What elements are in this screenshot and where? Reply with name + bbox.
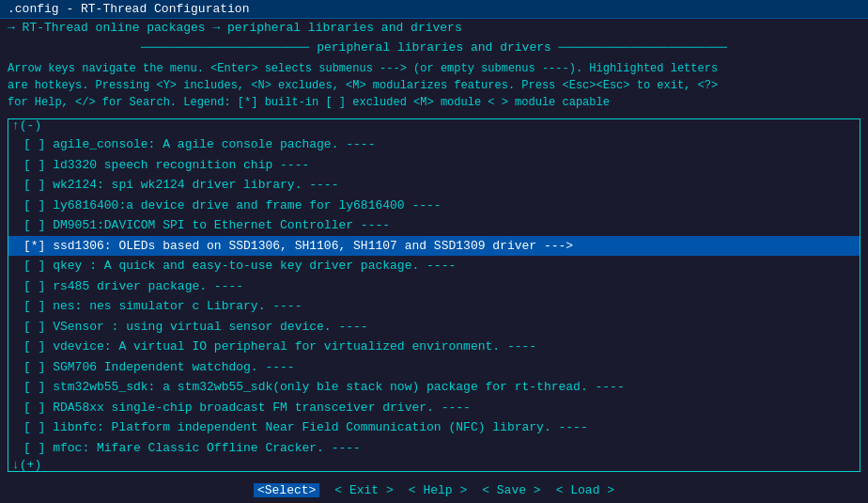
help-text: Arrow keys navigate the menu. <Enter> se…	[8, 60, 860, 111]
menu-item[interactable]: [ ] mfoc: Mifare Classic Offline Cracker…	[8, 438, 860, 459]
menu-item[interactable]: [ ] qkey : A quick and easy-to-use key d…	[8, 256, 860, 276]
menu-items-list[interactable]: [ ] agile_console: A agile console pacha…	[8, 133, 860, 458]
footer: <Select> < Exit > < Help > < Save > < Lo…	[0, 476, 868, 503]
menu-item[interactable]: [ ] RDA58xx single-chip broadcast FM tra…	[8, 398, 860, 418]
menu-item[interactable]: [ ] SGM706 Independent watchdog. ----	[8, 357, 860, 378]
main-content: ─────────────────────── peripheral libra…	[0, 37, 868, 476]
breadcrumb-text: RT-Thread online packages → peripheral l…	[23, 21, 462, 35]
menu-item[interactable]: [ ] rs485 driver package. ----	[8, 276, 860, 297]
load-button[interactable]: < Load >	[556, 483, 614, 497]
menu-item[interactable]: [ ] vdevice: A virtual IO peripheral for…	[8, 337, 860, 357]
breadcrumb: → RT-Thread online packages → peripheral…	[0, 19, 868, 37]
menu-item[interactable]: [ ] agile_console: A agile console pacha…	[8, 134, 860, 155]
menu-item[interactable]: [*] ssd1306: OLEDs based on SSD1306, SH1…	[8, 236, 860, 257]
help-line-1: Arrow keys navigate the menu. <Enter> se…	[8, 60, 860, 77]
menu-item[interactable]: [ ] DM9051:DAVICOM SPI to Ethernet Contr…	[8, 215, 860, 236]
menu-item[interactable]: [ ] ly6816400:a device drive and frame f…	[8, 196, 860, 216]
help-line-2: are hotkeys. Pressing <Y> includes, <N> …	[8, 77, 860, 94]
menu-box: ↑(-) [ ] agile_console: A agile console …	[8, 118, 860, 472]
menu-item[interactable]: [ ] ld3320 speech recognition chip ----	[8, 155, 860, 176]
section-title: ─────────────────────── peripheral libra…	[8, 40, 860, 55]
menu-item[interactable]: [ ] libnfc: Platform independent Near Fi…	[8, 417, 860, 438]
exit-button[interactable]: < Exit >	[334, 483, 393, 497]
help-line-3: for Help, </> for Search. Legend: [*] bu…	[8, 94, 860, 111]
menu-item[interactable]: [ ] VSensor : using virtual sensor devic…	[8, 317, 860, 338]
title-bar: .config - RT-Thread Configuration	[0, 0, 868, 19]
main-window: .config - RT-Thread Configuration → RT-T…	[0, 0, 868, 503]
title-text: .config - RT-Thread Configuration	[8, 2, 249, 16]
help-button[interactable]: < Help >	[409, 483, 467, 497]
breadcrumb-arrow: →	[8, 21, 23, 35]
menu-top-label: ↑(-)	[8, 118, 860, 133]
save-button[interactable]: < Save >	[482, 483, 540, 497]
select-button[interactable]: <Select>	[254, 483, 319, 497]
menu-item[interactable]: [ ] nes: nes simulator c Library. ----	[8, 296, 860, 317]
menu-item[interactable]: [ ] wk2124: spi wk2124 driver library. -…	[8, 175, 860, 196]
menu-item[interactable]: [ ] stm32wb55_sdk: a stm32wb55_sdk(only …	[8, 377, 860, 398]
menu-bottom-label: ↓(+)	[8, 458, 860, 472]
